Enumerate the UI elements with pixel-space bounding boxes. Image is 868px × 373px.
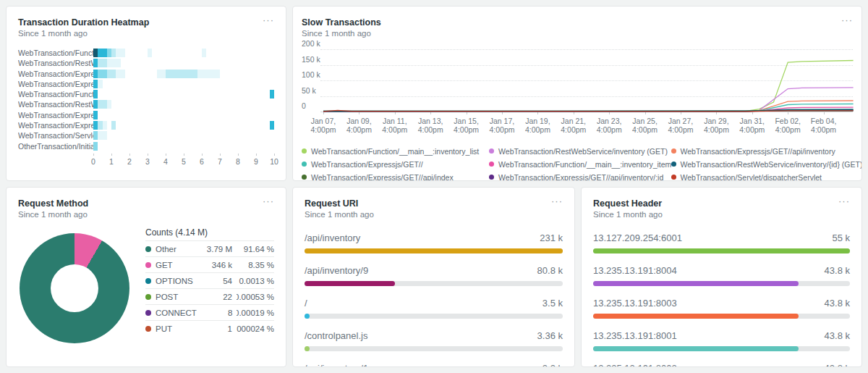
header-row[interactable]: 13.235.13.191:800243.8 k [593, 363, 850, 367]
legend-item[interactable]: WebTransaction/Function/__main__:invento… [302, 146, 489, 156]
heatmap-row: WebTransaction/Expre... [18, 120, 274, 130]
header-row[interactable]: 13.235.13.191:800443.8 k [593, 265, 850, 286]
legend-column: WebTransaction/RestWebService/inventory … [489, 146, 671, 181]
method-label: GET [156, 261, 196, 269]
heatmap-axis-tick [111, 154, 112, 156]
uri-row[interactable]: /3.5 k [305, 298, 563, 319]
panel-menu-icon[interactable]: ··· [551, 198, 563, 205]
x-axis-tick-label: Feb 04,4:00pm [811, 117, 837, 134]
uri-value: 3.36 k [537, 330, 563, 342]
counts-table-row[interactable]: GET346 k8.35 % [145, 256, 274, 272]
heatmap-cell [93, 90, 98, 99]
counts-table-row[interactable]: CONNECT80.00019 % [145, 304, 274, 320]
bar-row-head: 13.235.13.191:800443.8 k [593, 265, 850, 277]
header-row[interactable]: 13.235.13.191:800343.8 k [593, 298, 850, 319]
header-value: 43.8 k [825, 330, 850, 342]
legend-dot-icon [302, 175, 307, 180]
heatmap-cell [202, 49, 206, 57]
method-count: 22 [196, 293, 232, 301]
heatmap-row: WebTransaction/Servle... [18, 130, 274, 141]
legend-item[interactable]: WebTransaction/Function/__main__:invento… [489, 159, 671, 169]
legend-item[interactable]: WebTransaction/Expressjs/GET//api/index [302, 172, 489, 181]
heatmap-axis-tick-label: 7 [218, 157, 222, 166]
legend-item[interactable]: WebTransaction/Expressjs/GET// [302, 159, 489, 169]
uri-row[interactable]: /api/inventory/980.8 k [305, 265, 563, 286]
tick-date: Jan 15, [454, 117, 479, 125]
x-axis-tick [609, 112, 610, 114]
bar-track [593, 248, 850, 253]
heatmap-row-label: OtherTransaction/Initia... [18, 141, 93, 151]
header-value: 43.8 k [825, 265, 850, 277]
tick-date: Jan 31, [739, 117, 765, 125]
tick-date: Jan 11, [382, 117, 407, 125]
heatmap-cell [103, 131, 107, 140]
bar-track [305, 314, 563, 319]
method-count: 54 [196, 277, 232, 285]
counts-table-row[interactable]: POST220.00053 % [145, 288, 274, 304]
heatmap-row-label: WebTransaction/Expre... [18, 110, 93, 120]
legend-label: WebTransaction/Expressjs/GET//api/index [311, 172, 454, 181]
panel-menu-icon[interactable]: ··· [263, 17, 274, 24]
uri-row[interactable]: /controlpanel.js3.36 k [305, 330, 563, 351]
panel-subtitle: Since 1 month ago [302, 28, 381, 39]
legend-item[interactable]: WebTransaction/RestWebService/inventory … [489, 146, 671, 156]
method-label: OPTIONS [156, 277, 196, 285]
legend-dot-icon [489, 148, 494, 154]
legend-label: WebTransaction/RestWebService/inventory/… [681, 159, 862, 169]
panel-header: Request URI Since 1 month ago ··· [305, 198, 563, 220]
request-method-body: Counts (4.14 M) Other3.79 M91.64 %GET346… [18, 233, 274, 343]
uri-row[interactable]: /api/inventory231 k [305, 232, 563, 253]
tick-date: Jan 23, [597, 117, 622, 125]
header-label: 13.235.13.191:8004 [593, 265, 677, 277]
method-percent: 91.64 % [237, 244, 274, 254]
legend-item[interactable]: WebTransaction/Expressjs/GET//api/invent… [489, 172, 671, 181]
method-percent: 0.000024 % [237, 324, 274, 334]
counts-table-row[interactable]: PUT10.000024 % [145, 320, 274, 336]
method-percent-text: 0.00019 % [237, 308, 274, 318]
panel-title: Slow Transactions [302, 17, 381, 28]
x-axis-tick [645, 112, 646, 114]
legend-item[interactable]: WebTransaction/RestWebService/inventory/… [671, 159, 853, 169]
tick-date: Jan 27, [668, 117, 693, 125]
heatmap-row-label: WebTransaction/Expre... [18, 79, 93, 89]
bar-fill [305, 248, 563, 253]
heatmap-row-cells [93, 110, 274, 120]
panel-menu-icon[interactable]: ··· [841, 17, 853, 24]
panel-menu-icon[interactable]: ··· [263, 198, 274, 205]
bar-track [305, 346, 563, 351]
request-header-bar-list: 13.127.209.254:600155 k13.235.13.191:800… [593, 232, 850, 367]
panel-header: Request Header Since 1 month ago ··· [593, 198, 850, 220]
legend-item[interactable]: WebTransaction/Servlet/dispatcherServlet [671, 172, 853, 181]
header-value: 55 k [832, 232, 850, 244]
tick-date: Feb 04, [811, 117, 837, 125]
method-label: CONNECT [156, 309, 197, 317]
header-row[interactable]: 13.235.13.191:800143.8 k [593, 330, 850, 351]
uri-row[interactable]: /api/inventory/13.3 k [305, 363, 563, 367]
panel-title: Request Header [593, 198, 663, 209]
counts-table-row[interactable]: OPTIONS540.0013 % [145, 272, 274, 288]
panel-menu-icon[interactable]: ··· [838, 198, 850, 205]
uri-value: 231 k [540, 232, 563, 244]
x-axis-tick-label: Jan 09,4:00pm [346, 117, 372, 134]
heatmap-cell [116, 59, 120, 67]
legend-item[interactable]: WebTransaction/Expressjs/GET//api/invent… [671, 146, 853, 156]
legend-dot-icon [671, 162, 676, 167]
header-row[interactable]: 13.127.209.254:600155 k [593, 232, 850, 253]
heatmap-axis-tick-label: 2 [127, 157, 132, 166]
tick-date: Jan 19, [525, 117, 550, 125]
legend-dot-icon [145, 278, 151, 284]
bar-track [593, 314, 850, 319]
legend-dot-icon [145, 262, 151, 268]
heatmap-cell [111, 121, 116, 130]
uri-label: /api/inventory/9 [305, 265, 368, 277]
method-label: POST [156, 293, 196, 301]
heatmap-axis-tick [220, 154, 221, 156]
legend-label: WebTransaction/Function/__main__:invento… [311, 146, 479, 156]
heatmap-axis-tick [93, 154, 94, 156]
method-percent-text: 0.0013 % [239, 276, 274, 286]
legend-dot-icon [671, 148, 676, 154]
heatmap-axis-tick-label: 1 [109, 157, 114, 166]
header-label: 13.127.209.254:6001 [593, 232, 682, 244]
method-percent-text: 0.00053 % [237, 292, 274, 302]
counts-table-row[interactable]: Other3.79 M91.64 % [145, 240, 274, 256]
